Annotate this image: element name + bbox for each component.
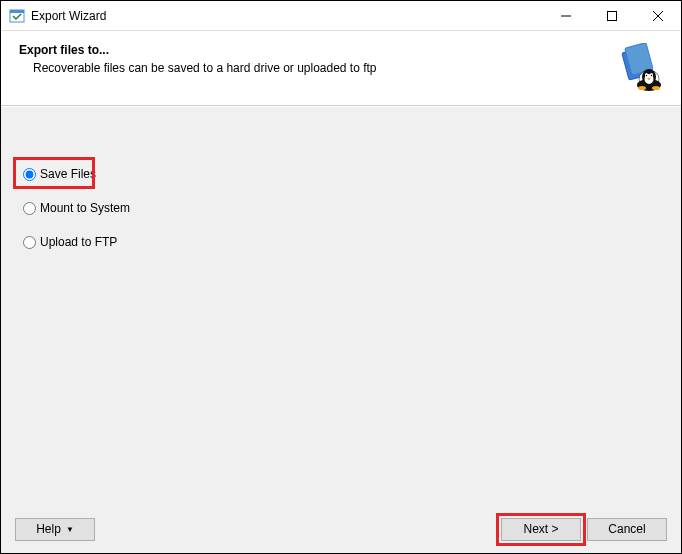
radio-mount-system-input[interactable] [23,202,36,215]
cancel-button[interactable]: Cancel [587,518,667,541]
close-button[interactable] [635,1,681,30]
help-button[interactable]: Help ▼ [15,518,95,541]
next-button-label: Next > [523,522,558,536]
radio-save-files[interactable]: Save Files [19,165,100,183]
radio-upload-ftp-label: Upload to FTP [40,235,117,249]
window-title: Export Wizard [31,9,543,23]
page-title: Export files to... [19,43,605,57]
svg-point-14 [646,75,647,76]
minimize-button[interactable] [543,1,589,30]
svg-rect-3 [608,11,617,20]
radio-mount-system[interactable]: Mount to System [19,199,134,217]
svg-point-17 [652,86,660,90]
chevron-down-icon: ▼ [66,525,74,534]
svg-rect-1 [10,10,24,13]
radio-upload-ftp[interactable]: Upload to FTP [19,233,121,251]
window-controls [543,1,681,30]
cancel-button-label: Cancel [608,522,645,536]
svg-point-15 [651,75,652,76]
titlebar: Export Wizard [1,1,681,31]
export-options: Save Files Mount to System Upload to FTP [19,165,681,251]
radio-save-files-input[interactable] [23,168,36,181]
radio-upload-ftp-input[interactable] [23,236,36,249]
wizard-footer: Help ▼ Next > Cancel [1,505,681,553]
svg-point-16 [638,86,646,90]
next-button[interactable]: Next > [501,518,581,541]
radio-mount-system-label: Mount to System [40,201,130,215]
wizard-content: Save Files Mount to System Upload to FTP [1,106,681,505]
app-icon [9,8,25,24]
maximize-button[interactable] [589,1,635,30]
wizard-header: Export files to... Recoverable files can… [1,31,681,106]
radio-save-files-label: Save Files [40,167,96,181]
help-button-label: Help [36,522,61,536]
wizard-icon [615,43,663,91]
page-subtitle: Recoverable files can be saved to a hard… [33,61,605,75]
